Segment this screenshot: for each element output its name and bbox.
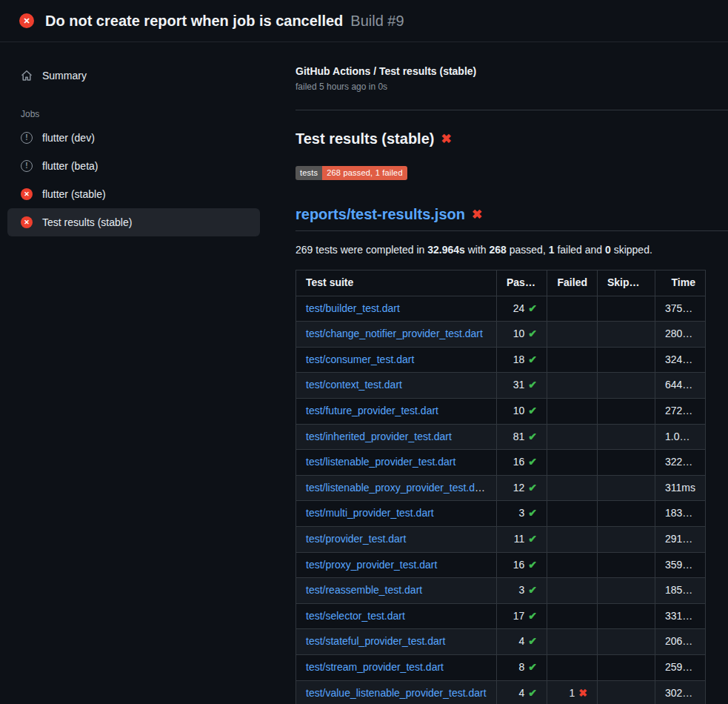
run-meta: failed 5 hours ago in 0s [295, 82, 728, 92]
test-suite-link[interactable]: test/context_test.dart [306, 379, 402, 391]
test-suite-link[interactable]: test/stateful_provider_test.dart [306, 635, 445, 647]
suite-cell: test/stream_provider_test.dart [296, 654, 497, 680]
suite-cell: test/listenable_provider_test.dart [296, 450, 497, 476]
column-header-failed: Failed [547, 270, 598, 296]
skipped-cell [598, 347, 655, 373]
suite-cell: test/consumer_test.dart [296, 347, 497, 373]
report-heading: reports/test-results.json ✖ [295, 206, 728, 231]
passed-cell: 24✔ [497, 296, 547, 322]
check-icon: ✔ [528, 405, 537, 416]
passed-cell: 31✔ [497, 373, 547, 399]
badge-value: 268 passed, 1 failed [322, 166, 407, 180]
test-suite-link[interactable]: test/selector_test.dart [306, 610, 405, 622]
skipped-cell [598, 475, 655, 501]
skipped-cell [598, 552, 655, 578]
check-icon: ✔ [528, 687, 537, 699]
passed-cell: 10✔ [497, 322, 547, 348]
time-cell: 375ms [655, 296, 706, 322]
sidebar-item-summary[interactable]: Summary [7, 62, 260, 90]
job-label: Test results (stable) [42, 216, 132, 228]
test-suite-link[interactable]: test/proxy_provider_test.dart [306, 559, 437, 571]
failed-cell [547, 552, 598, 578]
failed-status-icon: ✕ [21, 188, 33, 200]
failed-cell [547, 296, 598, 322]
check-icon: ✔ [528, 635, 537, 647]
suite-cell: test/multi_provider_test.dart [296, 501, 497, 527]
test-suite-link[interactable]: test/reassemble_test.dart [306, 584, 422, 596]
passed-cell: 3✔ [497, 501, 547, 527]
failed-status-icon: ✕ [21, 216, 33, 228]
sidebar-item-flutter-dev[interactable]: ! flutter (dev) [7, 124, 260, 152]
check-icon: ✔ [528, 379, 537, 391]
sidebar-item-flutter-beta[interactable]: ! flutter (beta) [7, 152, 260, 180]
report-file-link[interactable]: reports/test-results.json [295, 206, 465, 223]
sidebar-item-flutter-stable[interactable]: ✕ flutter (stable) [7, 180, 260, 208]
test-suite-link[interactable]: test/multi_provider_test.dart [306, 507, 434, 519]
failed-cell [547, 475, 598, 501]
cancelled-status-icon: ! [21, 132, 33, 144]
failed-cell [547, 526, 598, 552]
failed-cell [547, 398, 598, 424]
time-cell: 311ms [655, 475, 706, 501]
test-results-table: Test suite Passed Failed Skipped Time te… [295, 270, 706, 704]
main-content: GitHub Actions / Test results (stable) f… [295, 42, 728, 704]
failed-cell [547, 501, 598, 527]
tests-badge: tests 268 passed, 1 failed [295, 166, 407, 180]
check-icon: ✔ [528, 610, 537, 622]
jobs-heading: Jobs [7, 109, 260, 119]
test-suite-link[interactable]: test/value_listenable_provider_test.dart [306, 687, 487, 699]
table-row: test/value_listenable_provider_test.dart… [296, 680, 706, 704]
test-suite-link[interactable]: test/inherited_provider_test.dart [306, 431, 452, 442]
passed-cell: 16✔ [497, 450, 547, 476]
passed-cell: 18✔ [497, 347, 547, 373]
sidebar-item-test-results-stable[interactable]: ✕ Test results (stable) [7, 208, 260, 236]
column-header-time: Time [655, 270, 706, 296]
column-header-test-suite: Test suite [296, 270, 497, 296]
time-cell: 324ms [655, 347, 706, 373]
sidebar-summary-label: Summary [42, 70, 87, 82]
summary-line: 269 tests were completed in 32.964s with… [295, 244, 728, 256]
test-suite-link[interactable]: test/builder_test.dart [306, 302, 400, 314]
test-suite-link[interactable]: test/future_provider_test.dart [306, 405, 438, 416]
test-suite-link[interactable]: test/provider_test.dart [306, 533, 406, 545]
suite-cell: test/stateful_provider_test.dart [296, 629, 497, 655]
time-cell: 291ms [655, 526, 706, 552]
test-suite-link[interactable]: test/listenable_provider_test.dart [306, 456, 455, 468]
skipped-cell [598, 296, 655, 322]
table-row: test/future_provider_test.dart10✔272ms [296, 398, 706, 424]
test-suite-link[interactable]: test/consumer_test.dart [306, 353, 414, 365]
suite-cell: test/value_listenable_provider_test.dart [296, 680, 497, 704]
suite-cell: test/future_provider_test.dart [296, 398, 497, 424]
passed-cell: 4✔ [497, 629, 547, 655]
suite-cell: test/change_notifier_provider_test.dart [296, 322, 497, 348]
time-cell: 206ms [655, 629, 706, 655]
test-suite-link[interactable]: test/change_notifier_provider_test.dart [306, 328, 483, 339]
failed-cell [547, 373, 598, 399]
check-icon: ✔ [528, 507, 537, 519]
check-icon: ✔ [528, 302, 537, 314]
badge-label: tests [295, 166, 322, 180]
x-icon: ✖ [441, 133, 451, 145]
skipped-cell [598, 654, 655, 680]
passed-cell: 12✔ [497, 475, 547, 501]
table-row: test/context_test.dart31✔644ms [296, 373, 706, 399]
check-icon: ✔ [528, 559, 537, 571]
skipped-cell [598, 526, 655, 552]
column-header-skipped: Skipped [598, 270, 655, 296]
table-row: test/reassemble_test.dart3✔185ms [296, 578, 706, 604]
test-suite-link[interactable]: test/listenable_proxy_provider_test.dart [306, 482, 487, 494]
failed-cell [547, 629, 598, 655]
cancelled-status-icon: ! [21, 160, 33, 172]
skipped-cell [598, 501, 655, 527]
failed-cell [547, 347, 598, 373]
failed-cell [547, 322, 598, 348]
time-cell: 280ms [655, 322, 706, 348]
breadcrumb: GitHub Actions / Test results (stable) [295, 65, 728, 77]
test-suite-link[interactable]: test/stream_provider_test.dart [306, 661, 444, 673]
time-cell: 644ms [655, 373, 706, 399]
table-row: test/stream_provider_test.dart8✔259ms [296, 654, 706, 680]
job-label: flutter (stable) [42, 188, 106, 200]
suite-cell: test/builder_test.dart [296, 296, 497, 322]
table-row: test/proxy_provider_test.dart16✔359ms [296, 552, 706, 578]
table-row: test/inherited_provider_test.dart81✔1.06… [296, 424, 706, 450]
